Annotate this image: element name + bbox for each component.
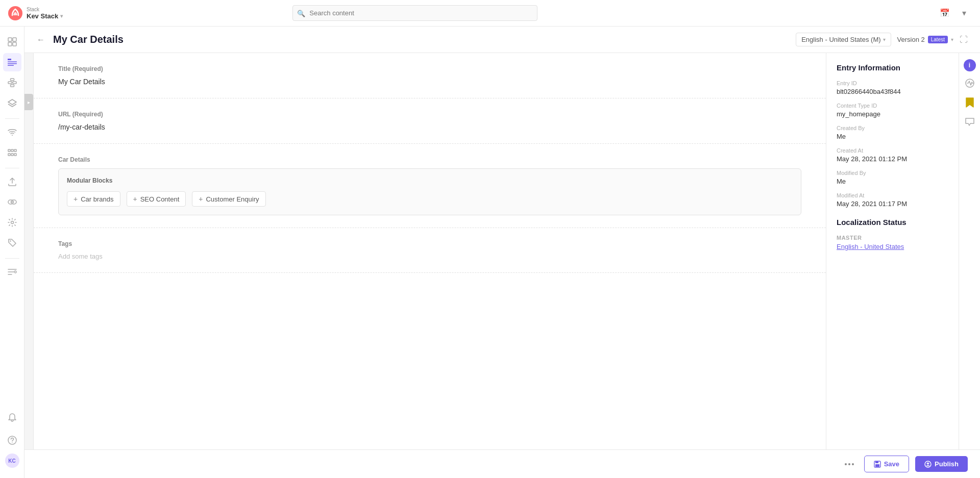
block-plus-icon-3: + bbox=[199, 195, 203, 203]
sidebar-item-tag[interactable] bbox=[3, 234, 21, 252]
collapse-panel[interactable]: ▸ bbox=[24, 53, 34, 449]
svg-point-20 bbox=[11, 221, 13, 224]
url-field-value[interactable]: /my-car-details bbox=[58, 123, 801, 131]
right-panel-inner: Entry Information Entry ID blt02866440ba… bbox=[826, 53, 959, 261]
sidebar-item-gear[interactable] bbox=[3, 213, 21, 232]
block-item-seo-content[interactable]: + SEO Content bbox=[127, 191, 186, 207]
svg-rect-5 bbox=[8, 59, 11, 60]
entry-title: My Car Details bbox=[53, 34, 788, 45]
sidebar-item-wifi[interactable] bbox=[3, 123, 21, 141]
entry-body: ▸ Title (Required) My Car Details URL (R… bbox=[24, 53, 980, 449]
sidebar-item-upload[interactable] bbox=[3, 172, 21, 191]
info-icon[interactable]: i bbox=[964, 59, 976, 71]
bookmark-icon[interactable] bbox=[962, 95, 977, 110]
svg-point-13 bbox=[12, 135, 13, 136]
user-avatar[interactable]: KC bbox=[5, 454, 19, 468]
svg-rect-11 bbox=[10, 79, 14, 81]
sidebar-item-grid[interactable] bbox=[3, 143, 21, 162]
tags-field-label: Tags bbox=[58, 240, 801, 247]
topbar-right: 📅 ▾ bbox=[937, 6, 972, 21]
dot-3 bbox=[852, 463, 854, 465]
topbar-dropdown-icon[interactable]: ▾ bbox=[957, 6, 972, 21]
entry-header: ← My Car Details English - United States… bbox=[24, 27, 980, 53]
comments-icon[interactable] bbox=[962, 114, 977, 130]
fields-area: Title (Required) My Car Details URL (Req… bbox=[34, 53, 826, 449]
svg-rect-6 bbox=[8, 62, 17, 63]
svg-rect-9 bbox=[8, 82, 12, 84]
block-item-car-brands[interactable]: + Car brands bbox=[67, 191, 120, 207]
modular-blocks-label: Modular Blocks bbox=[67, 177, 793, 184]
content-type-id-value: my_homepage bbox=[837, 110, 948, 118]
localization-locale-link[interactable]: English - United States bbox=[837, 243, 948, 250]
search-input[interactable] bbox=[292, 5, 537, 21]
sidebar-item-components[interactable] bbox=[3, 73, 21, 92]
far-right-panel: i bbox=[959, 53, 980, 449]
sidebar-item-link[interactable] bbox=[3, 193, 21, 211]
created-by-value: Me bbox=[837, 133, 948, 140]
modified-at-label: Modified At bbox=[837, 192, 948, 198]
block-plus-icon-1: + bbox=[74, 195, 78, 203]
title-field-value[interactable]: My Car Details bbox=[58, 78, 801, 86]
created-at-row: Created At May 28, 2021 01:12 PM bbox=[837, 147, 948, 163]
search-area: 🔍 bbox=[292, 5, 537, 21]
svg-point-22 bbox=[14, 271, 16, 273]
stack-chevron-icon: ▾ bbox=[60, 13, 63, 19]
modified-by-row: Modified By Me bbox=[837, 170, 948, 185]
locale-selector[interactable]: English - United States (M) ▾ bbox=[796, 33, 891, 46]
more-options-button[interactable] bbox=[841, 459, 858, 469]
modified-at-value: May 28, 2021 01:17 PM bbox=[837, 200, 948, 208]
master-label: Master bbox=[837, 235, 948, 241]
car-details-label: Car Details bbox=[58, 156, 801, 163]
svg-point-24 bbox=[12, 442, 13, 443]
publish-button[interactable]: Publish bbox=[915, 456, 968, 472]
save-button[interactable]: Save bbox=[864, 456, 909, 472]
dot-1 bbox=[845, 463, 847, 465]
svg-rect-28 bbox=[875, 464, 879, 467]
entry-id-label: Entry ID bbox=[837, 80, 948, 86]
modified-at-row: Modified At May 28, 2021 01:17 PM bbox=[837, 192, 948, 208]
sidebar-item-customize[interactable] bbox=[3, 263, 21, 281]
publish-icon bbox=[924, 461, 932, 468]
entry-id-value: blt02866440ba43f844 bbox=[837, 88, 948, 95]
collapse-icon: ▸ bbox=[24, 94, 33, 110]
sidebar-item-content[interactable] bbox=[3, 53, 21, 71]
stack-info: Stack Kev Stack ▾ bbox=[27, 7, 63, 20]
modified-by-value: Me bbox=[837, 178, 948, 185]
sidebar-item-help[interactable] bbox=[3, 431, 21, 449]
svg-rect-4 bbox=[13, 42, 16, 46]
svg-rect-7 bbox=[8, 63, 17, 64]
block-item-customer-enquiry[interactable]: + Customer Enquiry bbox=[192, 191, 265, 207]
tags-input[interactable]: Add some tags bbox=[58, 253, 801, 260]
version-chevron-icon: ▾ bbox=[951, 37, 953, 42]
dot-2 bbox=[848, 463, 850, 465]
created-by-row: Created By Me bbox=[837, 125, 948, 140]
title-field-label: Title (Required) bbox=[58, 65, 801, 72]
content-area: ← My Car Details English - United States… bbox=[24, 27, 980, 478]
svg-rect-18 bbox=[11, 154, 13, 156]
svg-point-23 bbox=[8, 436, 16, 444]
calendar-icon[interactable]: 📅 bbox=[937, 6, 952, 21]
version-selector[interactable]: Version 2 Latest ▾ bbox=[897, 36, 953, 43]
locale-chevron-icon: ▾ bbox=[883, 37, 886, 42]
version-label: Version 2 bbox=[897, 36, 925, 43]
modified-by-label: Modified By bbox=[837, 170, 948, 176]
activity-icon[interactable] bbox=[962, 76, 977, 91]
url-field-section: URL (Required) /my-car-details bbox=[34, 98, 826, 144]
svg-rect-14 bbox=[8, 149, 10, 152]
svg-rect-16 bbox=[14, 149, 16, 152]
block-name-2: SEO Content bbox=[140, 195, 180, 203]
main-layout: KC ← My Car Details English - United Sta… bbox=[0, 27, 980, 478]
sidebar-bottom: KC bbox=[3, 409, 21, 472]
block-name-1: Car brands bbox=[81, 195, 113, 203]
back-button[interactable]: ← bbox=[37, 35, 45, 44]
sidebar-item-dashboard[interactable] bbox=[3, 33, 21, 51]
save-icon bbox=[874, 461, 881, 468]
content-type-id-label: Content Type ID bbox=[837, 103, 948, 109]
svg-rect-19 bbox=[14, 154, 16, 156]
sidebar-divider-2 bbox=[5, 168, 19, 168]
localization-title: Localization Status bbox=[837, 218, 948, 227]
sidebar-item-layers[interactable] bbox=[3, 94, 21, 112]
left-sidebar: KC bbox=[0, 27, 24, 478]
sidebar-item-bell[interactable] bbox=[3, 409, 21, 427]
expand-button[interactable]: ⛶ bbox=[960, 35, 968, 44]
